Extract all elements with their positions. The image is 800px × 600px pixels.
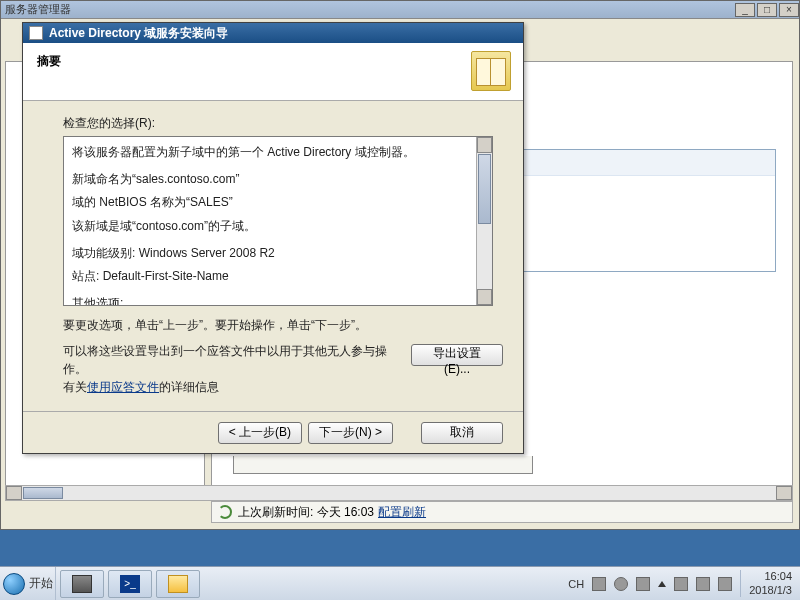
clock-date: 2018/1/3	[749, 584, 792, 597]
wizard-heading: 摘要	[37, 53, 509, 70]
folder-icon	[168, 575, 188, 593]
server-manager-titlebar: 服务器管理器 _ □ ×	[1, 1, 799, 19]
horizontal-scrollbar[interactable]	[5, 485, 793, 501]
server-manager-title: 服务器管理器	[5, 2, 71, 17]
wizard-titlebar[interactable]: Active Directory 域服务安装向导	[23, 23, 523, 43]
export-description: 可以将这些设置导出到一个应答文件中以用于其他无人参与操作。 有关使用应答文件的详…	[63, 342, 403, 396]
scroll-thumb-vertical[interactable]	[478, 154, 491, 224]
wizard-footer: < 上一步(B) 下一步(N) > 取消	[23, 411, 523, 453]
adds-install-wizard: Active Directory 域服务安装向导 摘要 检查您的选择(R): 将…	[22, 22, 524, 454]
clock-time: 16:04	[749, 570, 792, 583]
close-button[interactable]: ×	[779, 3, 799, 17]
scroll-thumb[interactable]	[23, 487, 63, 499]
start-label: 开始	[29, 575, 53, 592]
refresh-icon	[218, 505, 232, 519]
wizard-app-icon	[29, 26, 43, 40]
export-settings-button[interactable]: 导出设置(E)...	[411, 344, 503, 366]
status-text: 上次刷新时间: 今天 16:03	[238, 504, 374, 521]
clock[interactable]: 16:04 2018/1/3	[740, 570, 792, 596]
check-selection-label: 检查您的选择(R):	[63, 115, 503, 132]
summary-textbox[interactable]: 将该服务器配置为新子域中的第一个 Active Directory 域控制器。 …	[63, 136, 493, 306]
windows-orb-icon	[3, 573, 25, 595]
answer-file-link[interactable]: 使用应答文件	[87, 380, 159, 394]
wizard-title: Active Directory 域服务安装向导	[49, 25, 228, 42]
scroll-up-button[interactable]	[477, 137, 492, 153]
summary-line: 域功能级别: Windows Server 2008 R2	[72, 244, 484, 263]
wizard-body: 检查您的选择(R): 将该服务器配置为新子域中的第一个 Active Direc…	[23, 101, 523, 404]
scroll-down-button[interactable]	[477, 289, 492, 305]
next-button[interactable]: 下一步(N) >	[308, 422, 393, 444]
powershell-icon: >_	[120, 575, 140, 593]
maximize-button[interactable]: □	[757, 3, 777, 17]
scroll-right-button[interactable]	[776, 486, 792, 500]
tray-icon-2[interactable]	[636, 577, 650, 591]
inner-frame-border	[233, 456, 533, 474]
wizard-header: 摘要	[23, 43, 523, 101]
cancel-button[interactable]: 取消	[421, 422, 503, 444]
taskbar-explorer[interactable]	[156, 570, 200, 598]
summary-line: 新域命名为“sales.contoso.com”	[72, 170, 484, 189]
tray-overflow-icon[interactable]	[658, 581, 666, 587]
summary-scrollbar[interactable]	[476, 137, 492, 305]
tray-flag-icon[interactable]	[674, 577, 688, 591]
scroll-left-button[interactable]	[6, 486, 22, 500]
taskbar: 开始 >_ CH 16:04 2018/1/3	[0, 566, 800, 600]
summary-line: 站点: Default-First-Site-Name	[72, 267, 484, 286]
change-hint: 要更改选项，单击“上一步”。要开始操作，单击“下一步”。	[63, 316, 503, 334]
system-tray: CH 16:04 2018/1/3	[568, 570, 800, 596]
summary-line: 该新域是域“contoso.com”的子域。	[72, 217, 484, 236]
tray-help-icon[interactable]	[614, 577, 628, 591]
summary-line: 其他选项:	[72, 294, 484, 306]
status-bar: 上次刷新时间: 今天 16:03 配置刷新	[211, 501, 793, 523]
start-button[interactable]: 开始	[0, 567, 56, 601]
minimize-button[interactable]: _	[735, 3, 755, 17]
taskbar-server-manager[interactable]	[60, 570, 104, 598]
taskbar-powershell[interactable]: >_	[108, 570, 152, 598]
back-button[interactable]: < 上一步(B)	[218, 422, 302, 444]
language-indicator[interactable]: CH	[568, 578, 584, 590]
summary-line: 将该服务器配置为新子域中的第一个 Active Directory 域控制器。	[72, 143, 484, 162]
tray-network-icon[interactable]	[696, 577, 710, 591]
summary-line: 域的 NetBIOS 名称为“SALES”	[72, 193, 484, 212]
configure-refresh-link[interactable]: 配置刷新	[378, 504, 426, 521]
book-icon	[471, 51, 511, 91]
tray-icon-1[interactable]	[592, 577, 606, 591]
server-icon	[72, 575, 92, 593]
tray-volume-icon[interactable]	[718, 577, 732, 591]
